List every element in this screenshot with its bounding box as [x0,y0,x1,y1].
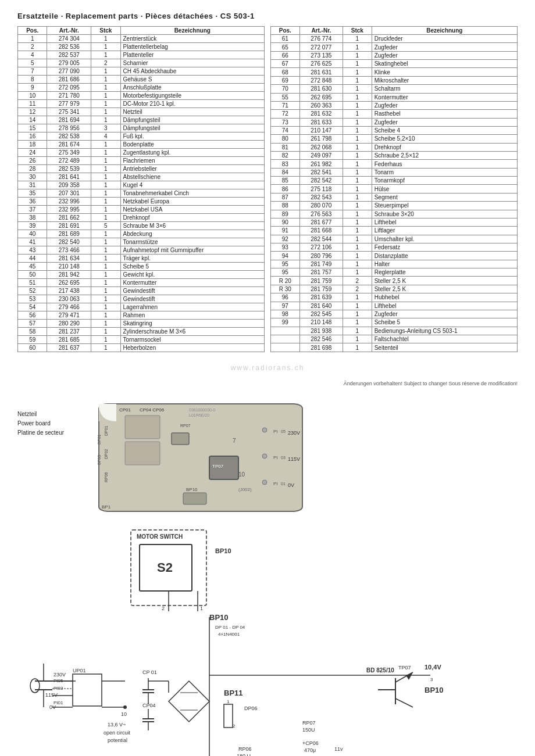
table-row: 54279 4661Lagerrahmen [18,303,265,311]
table-row: 86275 1181Hülse [271,185,518,193]
svg-text:180 U: 180 U [237,753,251,756]
table-row: 81262 0681Drehknopf [271,143,518,151]
svg-text:L01R6E/20: L01R6E/20 [189,413,209,417]
table-row: 282 5461Faltschachtel [271,335,518,343]
table-row: 69272 8481Mikroschalter [271,76,518,84]
table-row: 93272 1061Federsatz [271,243,518,251]
svg-text:BP10: BP10 [209,613,229,622]
svg-text:3: 3 [430,677,433,682]
platine-label: Platine de secteur [17,428,87,438]
table-row: 8281 6861Gehäuse S [18,76,265,84]
table-row: 53230 0631Gewindestift [18,295,265,303]
svg-rect-22 [172,433,189,445]
svg-text:10,4V: 10,4V [425,664,441,671]
svg-text:7: 7 [233,438,236,444]
svg-text:RP07: RP07 [302,720,316,726]
svg-point-34 [262,480,267,485]
svg-text:2: 2 [162,605,165,611]
col-art-right: Art.-Nr. [299,27,343,35]
svg-text:1: 1 [227,699,230,704]
table-row: 30281 6411Abstellschiene [18,173,265,181]
pcb-diagram: CP01 CP04 CP06 0381000030-0 L01R6E/20 PI… [96,401,305,514]
footer-note: Änderungen vorbehalten! Subject to chang… [17,381,518,386]
svg-text:1: 1 [200,605,203,611]
svg-text:230V: 230V [54,672,66,678]
table-row: 24275 3491Zugentlastung kpl. [18,149,265,157]
table-row: 45210 1481Scheibe 5 [18,263,265,271]
svg-text:PI: PI [273,481,278,486]
table-row: 52217 4381Gewindestift [18,287,265,295]
svg-point-67 [123,705,127,709]
table-row: 9272 0951Anschlußplatte [18,84,265,92]
table-row: 57280 2901Skatingring [18,320,265,328]
table-row: 94280 7961Distanzplatte [271,252,518,260]
col-bez-left: Bezeichnung [120,27,265,35]
table-row: 7277 0901CH 45 Abdeckhaube [18,67,265,76]
svg-text:470μ: 470μ [304,747,316,753]
svg-text:CP04 CP06: CP04 CP06 [140,407,165,413]
svg-text:4×1N4001: 4×1N4001 [218,632,240,637]
table-row: 58281 2371Zylinderschraube M 3×6 [18,328,265,336]
table-row: 99210 1481Scheibe 5 [271,318,518,327]
table-row: 59281 6851Tornarmsockel [18,336,265,344]
table-row: 88280 0701Steuerpimpel [271,202,518,210]
table-row: 12275 3411Netzteil [18,108,265,116]
table-row: 65272 0771Zugfeder [271,43,518,51]
table-row: 50281 9421Gewicht kpl. [18,271,265,279]
svg-text:11v: 11v [334,746,343,752]
table-row: 92282 5441Umschalter kpl. [271,235,518,243]
svg-text:0V: 0V [288,482,294,488]
svg-text:TP07: TP07 [398,665,411,671]
svg-line-105 [395,698,413,707]
table-row: 35207 3011Tonabnehmerkabel Cinch [18,189,265,198]
circuit-schematic: MOTOR SWITCH S2 BP10 2 1 BP10 DP 01 - DP… [17,524,518,756]
table-row: R 20281 7592Steller 2,5 K [271,277,518,285]
svg-text:150U: 150U [302,727,315,733]
table-row: 51262 6951Kontermutter [18,279,265,287]
table-row: 97281 6401Lifthebel [271,302,518,310]
svg-rect-89 [224,704,233,728]
svg-text:CP01: CP01 [119,407,131,413]
right-parts-table: Pos. Art.-Nr. Stck Bezeichnung 61276 774… [270,26,518,352]
table-row: 28282 5391Antriebsteller [18,165,265,173]
table-row: 41282 5401Tonarmstütze [18,238,265,246]
col-stck-left: Stck [91,27,120,35]
table-row: 10271 7801Motorbefestigungsteile [18,92,265,100]
table-row: 89276 5631Schraube 3×20 [271,210,518,218]
table-row: R 30281 7592Steller 2,5 K [271,285,518,293]
table-row: 95281 7491Halter [271,260,518,268]
svg-text:BP03: BP03 [97,455,101,465]
svg-text:RP06: RP06 [238,746,252,752]
table-row: 1274 3041Zentrierstück [18,35,265,43]
svg-text:RP06: RP06 [104,472,108,482]
svg-text:open circuit: open circuit [104,730,131,736]
table-row: 4282 5371Plattenteller [18,51,265,59]
svg-text:10: 10 [238,471,245,478]
svg-text:05: 05 [281,429,286,433]
watermark: www.radiorans.ch [17,364,518,372]
parts-section: Pos. Art.-Nr. Stck Bezeichnung 1274 3041… [17,26,518,352]
table-row: 84282 5411Tonarm [271,168,518,176]
table-row: 18281 6741Bodenplatte [18,141,265,149]
svg-text:115V: 115V [45,692,58,698]
table-row: 40281 6891Abdeckung [18,230,265,238]
svg-text:DP01: DP01 [104,425,108,436]
table-row: 67276 6251Skatinghebel [271,60,518,68]
table-row: 96281 6391Hubhebel [271,293,518,302]
svg-text:DP01: DP01 [97,434,101,445]
left-parts-table: Pos. Art.-Nr. Stck Bezeichnung 1274 3041… [17,26,265,352]
board-labels: Netzteil Power board Platine de secteur [17,398,87,515]
table-row: 70281 6301Schaltarm [271,85,518,93]
table-row: 71260 3631Zugfeder [271,101,518,109]
svg-text:BP11: BP11 [224,689,243,697]
svg-text:BD 825/10: BD 825/10 [366,667,394,673]
table-row: 56279 4711Rahmen [18,311,265,320]
svg-text:BP10: BP10 [425,686,444,694]
svg-marker-82 [169,681,209,722]
col-stck-right: Stck [343,27,372,35]
table-row: 11277 9791DC-Motor 210-1 kpl. [18,100,265,108]
table-row: 80261 7981Scheibe 5,2×10 [271,135,518,143]
col-art-left: Art.-Nr. [47,27,91,35]
table-row: 281 9381Bedienungs-Anleitung CS 503-1 [271,327,518,335]
table-row: 15278 9563Dämpfungsteil [18,124,265,132]
